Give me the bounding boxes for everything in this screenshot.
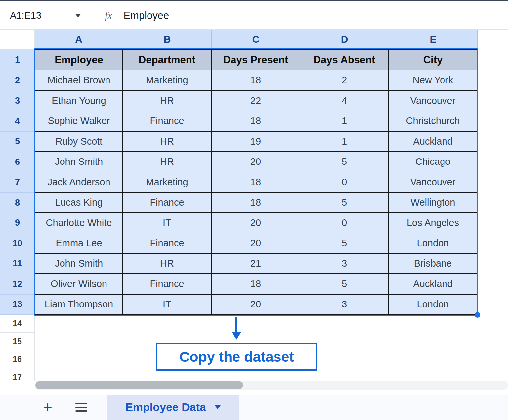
all-sheets-menu-icon[interactable] <box>75 403 87 412</box>
cell-A9[interactable]: Charlotte White <box>35 213 123 234</box>
cell-C9[interactable]: 20 <box>212 213 300 234</box>
cell-A7[interactable]: Jack Anderson <box>35 172 123 193</box>
cell-E8[interactable]: Wellington <box>389 193 478 213</box>
add-sheet-button[interactable]: + <box>43 399 52 415</box>
cell-A8[interactable]: Lucas King <box>35 193 123 213</box>
cell-B2[interactable]: Marketing <box>123 70 212 91</box>
sheet-tab-dropdown-icon[interactable] <box>215 405 221 409</box>
column-header-e[interactable]: E <box>389 30 478 49</box>
cell-E11[interactable]: Brisbane <box>389 254 478 274</box>
cell-D6[interactable]: 5 <box>300 152 389 172</box>
cell-C11[interactable]: 21 <box>212 254 300 274</box>
row-header-9[interactable]: 9 <box>0 213 35 234</box>
row-header-14[interactable]: 14 <box>0 315 35 333</box>
cell-C7[interactable]: 18 <box>212 172 300 193</box>
cell-A3[interactable]: Ethan Young <box>35 91 123 112</box>
row-header-12[interactable]: 12 <box>0 274 35 295</box>
cell-B7[interactable]: Marketing <box>123 172 212 193</box>
cell-D2[interactable]: 2 <box>300 70 389 91</box>
cell-C12[interactable]: 18 <box>212 274 300 295</box>
cell-C5[interactable]: 19 <box>212 132 300 152</box>
header-cell-days-present[interactable]: Days Present <box>212 49 300 70</box>
formula-input[interactable]: Employee <box>123 10 169 22</box>
cell-E12[interactable]: Auckland <box>389 274 478 295</box>
cell-B8[interactable]: Finance <box>123 193 212 213</box>
sheet-tab-employee-data[interactable]: Employee Data <box>107 395 239 420</box>
cell-D10[interactable]: 5 <box>300 233 389 254</box>
cell-C6[interactable]: 20 <box>212 152 300 172</box>
row-header-5[interactable]: 5 <box>0 132 35 152</box>
cell-A13[interactable]: Liam Thompson <box>35 295 123 315</box>
cell-E13[interactable]: London <box>389 295 478 315</box>
scrollbar-thumb[interactable] <box>35 381 243 389</box>
row-header-16[interactable]: 16 <box>0 350 35 368</box>
cell-D7[interactable]: 0 <box>300 172 389 193</box>
cell-A4[interactable]: Sophie Walker <box>35 111 123 132</box>
row-header-11[interactable]: 11 <box>0 254 35 274</box>
header-cell-employee[interactable]: Employee <box>35 49 123 70</box>
cell-B9[interactable]: IT <box>123 213 212 234</box>
cell-B11[interactable]: HR <box>123 254 212 274</box>
row-header-6[interactable]: 6 <box>0 152 35 172</box>
header-cell-city[interactable]: City <box>389 49 478 70</box>
cell-A12[interactable]: Oliver Wilson <box>35 274 123 295</box>
column-header-d[interactable]: D <box>300 30 389 49</box>
cell-E3[interactable]: Vancouver <box>389 91 478 112</box>
cell-A10[interactable]: Emma Lee <box>35 233 123 254</box>
row-header-2[interactable]: 2 <box>0 70 35 91</box>
cell-E7[interactable]: Vancouver <box>389 172 478 193</box>
row-header-8[interactable]: 8 <box>0 193 35 213</box>
horizontal-scrollbar[interactable] <box>35 381 508 390</box>
column-header-a[interactable]: A <box>35 30 123 49</box>
row-header-13[interactable]: 13 <box>0 295 35 315</box>
row-header-10[interactable]: 10 <box>0 233 35 254</box>
cell-D8[interactable]: 5 <box>300 193 389 213</box>
row-header-3[interactable]: 3 <box>0 91 35 112</box>
cell-D13[interactable]: 3 <box>300 295 389 315</box>
formula-value: Employee <box>123 10 169 21</box>
cell-E4[interactable]: Christchurch <box>389 111 478 132</box>
header-cell-days-absent[interactable]: Days Absent <box>300 49 389 70</box>
cell-A5[interactable]: Ruby Scott <box>35 132 123 152</box>
cell-E6[interactable]: Chicago <box>389 152 478 172</box>
cell-B3[interactable]: HR <box>123 91 212 112</box>
cell-E2[interactable]: New York <box>389 70 478 91</box>
cell-C10[interactable]: 20 <box>212 233 300 254</box>
cell-D3[interactable]: 4 <box>300 91 389 112</box>
cell-C3[interactable]: 22 <box>212 91 300 112</box>
cell-E5[interactable]: Auckland <box>389 132 478 152</box>
header-cell-department[interactable]: Department <box>123 49 212 70</box>
column-header-c[interactable]: C <box>212 30 300 49</box>
row-header-1[interactable]: 1 <box>0 49 35 70</box>
cell-B13[interactable]: IT <box>123 295 212 315</box>
column-header-b[interactable]: B <box>123 30 212 49</box>
cell-A2[interactable]: Michael Brown <box>35 70 123 91</box>
cell-B6[interactable]: HR <box>123 152 212 172</box>
cell-D4[interactable]: 1 <box>300 111 389 132</box>
cell-A6[interactable]: John Smith <box>35 152 123 172</box>
cell-B5[interactable]: HR <box>123 132 212 152</box>
row-header-7[interactable]: 7 <box>0 172 35 193</box>
name-box[interactable]: A1:E13 <box>10 10 81 21</box>
row-header-15[interactable]: 15 <box>0 333 35 350</box>
cell-C4[interactable]: 18 <box>212 111 300 132</box>
cell-D11[interactable]: 3 <box>300 254 389 274</box>
cell-B4[interactable]: Finance <box>123 111 212 132</box>
cell-C8[interactable]: 18 <box>212 193 300 213</box>
cell-C2[interactable]: 18 <box>212 70 300 91</box>
select-all-corner[interactable] <box>0 30 35 49</box>
sheet-tab-label: Employee Data <box>125 401 206 414</box>
cell-D12[interactable]: 5 <box>300 274 389 295</box>
row-header-4[interactable]: 4 <box>0 111 35 132</box>
cell-D9[interactable]: 0 <box>300 213 389 234</box>
name-box-dropdown-icon[interactable] <box>75 14 81 17</box>
cell-E9[interactable]: Los Angeles <box>389 213 478 234</box>
row-header-17[interactable]: 17 <box>0 368 35 381</box>
cell-A11[interactable]: John Smith <box>35 254 123 274</box>
cell-E10[interactable]: London <box>389 233 478 254</box>
cell-D5[interactable]: 1 <box>300 132 389 152</box>
fill-handle[interactable] <box>475 312 480 318</box>
cell-B10[interactable]: Finance <box>123 233 212 254</box>
cell-C13[interactable]: 20 <box>212 295 300 315</box>
cell-B12[interactable]: Finance <box>123 274 212 295</box>
